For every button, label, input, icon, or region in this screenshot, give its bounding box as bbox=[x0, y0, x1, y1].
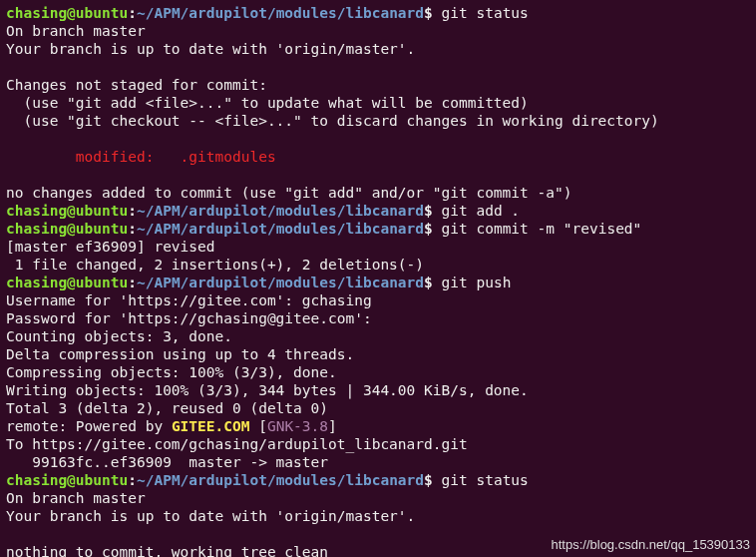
prompt-user: chasing bbox=[6, 472, 67, 488]
command-text: git status bbox=[442, 5, 529, 21]
output-line: no changes added to commit (use "git add… bbox=[6, 184, 750, 202]
output-line: [master ef36909] revised bbox=[6, 238, 750, 256]
prompt-dollar: $ bbox=[424, 472, 433, 488]
prompt-dollar: $ bbox=[424, 221, 433, 237]
prompt-path: ~/APM/ardupilot/modules/libcanard bbox=[137, 5, 424, 21]
prompt-host: ubuntu bbox=[76, 275, 128, 290]
prompt-at: @ bbox=[67, 5, 76, 21]
prompt-path: ~/APM/ardupilot/modules/libcanard bbox=[137, 203, 424, 219]
prompt-colon: : bbox=[128, 5, 137, 21]
prompt-at: @ bbox=[67, 221, 76, 237]
output-line: (use "git checkout -- <file>..." to disc… bbox=[6, 112, 750, 130]
output-line: Changes not staged for commit: bbox=[6, 76, 750, 94]
watermark-text: https://blog.csdn.net/qq_15390133 bbox=[552, 536, 751, 554]
output-blank bbox=[6, 166, 750, 184]
output-line: Total 3 (delta 2), reused 0 (delta 0) bbox=[6, 399, 750, 417]
prompt-at: @ bbox=[67, 275, 76, 290]
prompt-host: ubuntu bbox=[76, 221, 128, 237]
output-line: Your branch is up to date with 'origin/m… bbox=[6, 40, 750, 58]
command-text: git add . bbox=[442, 203, 521, 219]
prompt-colon: : bbox=[128, 275, 137, 290]
command-text: git status bbox=[442, 472, 529, 488]
output-line: modified: .gitmodules bbox=[6, 148, 750, 166]
prompt-path: ~/APM/ardupilot/modules/libcanard bbox=[137, 472, 424, 488]
prompt-user: chasing bbox=[6, 5, 67, 21]
prompt-user: chasing bbox=[6, 221, 67, 237]
prompt-line: chasing@ubuntu:~/APM/ardupilot/modules/l… bbox=[6, 202, 750, 220]
output-line: Writing objects: 100% (3/3), 344 bytes |… bbox=[6, 381, 750, 399]
output-remote: remote: Powered by GITEE.COM [GNK-3.8] bbox=[6, 417, 750, 435]
output-line: Password for 'https://gchasing@gitee.com… bbox=[6, 309, 750, 327]
output-blank bbox=[6, 130, 750, 148]
prompt-line: chasing@ubuntu:~/APM/ardupilot/modules/l… bbox=[6, 274, 750, 291]
command-text: git commit -m "revised" bbox=[442, 221, 642, 237]
prompt-dollar: $ bbox=[424, 275, 433, 290]
prompt-host: ubuntu bbox=[76, 5, 128, 21]
prompt-colon: : bbox=[128, 221, 137, 237]
output-line: On branch master bbox=[6, 22, 750, 40]
prompt-user: chasing bbox=[6, 203, 67, 219]
output-line: Compressing objects: 100% (3/3), done. bbox=[6, 363, 750, 381]
prompt-line: chasing@ubuntu:~/APM/ardupilot/modules/l… bbox=[6, 471, 750, 489]
output-blank bbox=[6, 58, 750, 76]
prompt-colon: : bbox=[128, 472, 137, 488]
output-line: 1 file changed, 2 insertions(+), 2 delet… bbox=[6, 256, 750, 274]
output-line: Delta compression using up to 4 threads. bbox=[6, 345, 750, 363]
prompt-line: chasing@ubuntu:~/APM/ardupilot/modules/l… bbox=[6, 220, 750, 238]
prompt-path: ~/APM/ardupilot/modules/libcanard bbox=[137, 275, 424, 290]
prompt-dollar: $ bbox=[424, 5, 433, 21]
output-line: Username for 'https://gitee.com': gchasi… bbox=[6, 291, 750, 309]
prompt-host: ubuntu bbox=[76, 472, 128, 488]
prompt-user: chasing bbox=[6, 275, 67, 290]
output-line: Your branch is up to date with 'origin/m… bbox=[6, 507, 750, 525]
prompt-line: chasing@ubuntu:~/APM/ardupilot/modules/l… bbox=[6, 4, 750, 22]
prompt-path: ~/APM/ardupilot/modules/libcanard bbox=[137, 221, 424, 237]
prompt-at: @ bbox=[67, 472, 76, 488]
output-line: Counting objects: 3, done. bbox=[6, 327, 750, 345]
command-text: git push bbox=[442, 275, 512, 290]
prompt-host: ubuntu bbox=[76, 203, 128, 219]
terminal-output[interactable]: chasing@ubuntu:~/APM/ardupilot/modules/l… bbox=[6, 4, 750, 557]
prompt-colon: : bbox=[128, 203, 137, 219]
prompt-at: @ bbox=[67, 203, 76, 219]
output-line: (use "git add <file>..." to update what … bbox=[6, 94, 750, 112]
output-line: On branch master bbox=[6, 489, 750, 507]
output-line: To https://gitee.com/gchasing/ardupilot_… bbox=[6, 435, 750, 453]
prompt-dollar: $ bbox=[424, 203, 433, 219]
output-line: 99163fc..ef36909 master -> master bbox=[6, 453, 750, 471]
